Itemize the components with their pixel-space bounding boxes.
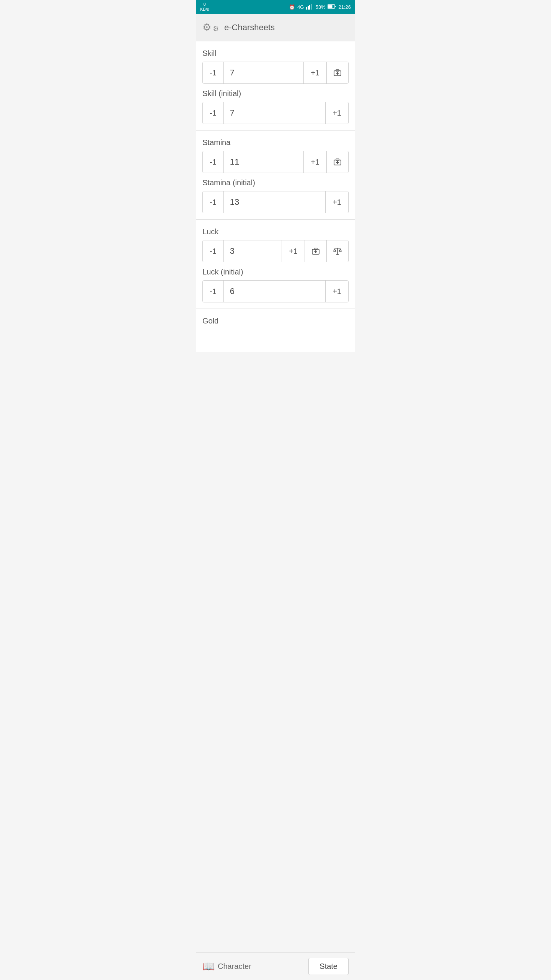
skill-initial-field-row: -1 7 +1 — [202, 102, 349, 124]
settings-icon-group[interactable]: ⚙ ⚙ — [202, 21, 219, 33]
main-content: Skill -1 7 +1 Skill (initial) -1 7 +1 St… — [196, 41, 355, 352]
svg-rect-18 — [314, 252, 317, 252]
stamina-decrement-button[interactable]: -1 — [203, 151, 224, 173]
gear-icon[interactable]: ⚙ — [202, 21, 211, 33]
stamina-initial-decrement-button[interactable]: -1 — [203, 191, 224, 213]
svg-rect-1 — [308, 6, 309, 10]
skill-section: Skill -1 7 +1 Skill (initial) -1 7 +1 — [196, 41, 355, 131]
luck-initial-increment-button[interactable]: +1 — [325, 281, 348, 302]
battery-icon — [328, 4, 336, 10]
skill-increment-button[interactable]: +1 — [303, 62, 326, 83]
svg-rect-10 — [336, 73, 339, 74]
gold-label: Gold — [202, 317, 349, 325]
skill-medkit-button[interactable] — [326, 62, 348, 83]
luck-field-row: -1 3 +1 — [202, 240, 349, 262]
luck-scale-button[interactable] — [326, 240, 348, 262]
svg-rect-3 — [311, 4, 312, 10]
luck-initial-label: Luck (initial) — [202, 268, 349, 276]
luck-initial-value: 6 — [224, 281, 325, 302]
data-speed: 0 KB/s — [200, 2, 209, 12]
battery-percent: 53% — [315, 4, 325, 10]
stamina-label: Stamina — [202, 138, 349, 147]
luck-section: Luck -1 3 +1 — [196, 220, 355, 309]
luck-value: 3 — [224, 240, 282, 262]
skill-initial-increment-button[interactable]: +1 — [325, 102, 348, 124]
stamina-increment-button[interactable]: +1 — [303, 151, 326, 173]
status-bar: 0 KB/s ⏰ 4G 53% 21:26 — [196, 0, 355, 14]
app-title: e-Charsheets — [224, 23, 275, 33]
svg-rect-16 — [314, 248, 317, 250]
svg-rect-5 — [335, 6, 336, 7]
luck-medkit-button[interactable] — [305, 240, 326, 262]
stamina-initial-increment-button[interactable]: +1 — [325, 191, 348, 213]
stamina-initial-value: 13 — [224, 191, 325, 213]
gold-section: Gold — [196, 309, 355, 352]
app-bar: ⚙ ⚙ e-Charsheets — [196, 14, 355, 41]
luck-initial-field-row: -1 6 +1 — [202, 280, 349, 302]
stamina-initial-label: Stamina (initial) — [202, 178, 349, 187]
stamina-initial-field-row: -1 13 +1 — [202, 191, 349, 213]
stamina-field-row: -1 11 +1 — [202, 151, 349, 173]
skill-initial-value: 7 — [224, 102, 325, 124]
stamina-value: 11 — [224, 151, 303, 173]
skill-initial-label: Skill (initial) — [202, 89, 349, 98]
luck-label: Luck — [202, 227, 349, 236]
luck-initial-decrement-button[interactable]: -1 — [203, 281, 224, 302]
svg-rect-2 — [309, 5, 310, 10]
luck-increment-button[interactable]: +1 — [282, 240, 305, 262]
svg-rect-6 — [328, 5, 333, 8]
svg-rect-12 — [336, 159, 339, 160]
svg-rect-0 — [306, 7, 307, 10]
status-right: ⏰ 4G 53% 21:26 — [289, 3, 351, 11]
skill-value: 7 — [224, 62, 303, 83]
svg-rect-8 — [336, 70, 339, 71]
skill-decrement-button[interactable]: -1 — [203, 62, 224, 83]
skill-label: Skill — [202, 49, 349, 58]
gear-small-icon: ⚙ — [213, 24, 219, 33]
alarm-icon: ⏰ — [289, 4, 295, 10]
signal-icon — [306, 3, 313, 11]
time: 21:26 — [338, 4, 351, 10]
network-type: 4G — [297, 4, 304, 10]
stamina-medkit-button[interactable] — [326, 151, 348, 173]
svg-rect-14 — [336, 162, 339, 163]
skill-initial-decrement-button[interactable]: -1 — [203, 102, 224, 124]
skill-field-row: -1 7 +1 — [202, 62, 349, 84]
stamina-section: Stamina -1 11 +1 Stamina (initial) -1 13… — [196, 131, 355, 220]
luck-decrement-button[interactable]: -1 — [203, 240, 224, 262]
